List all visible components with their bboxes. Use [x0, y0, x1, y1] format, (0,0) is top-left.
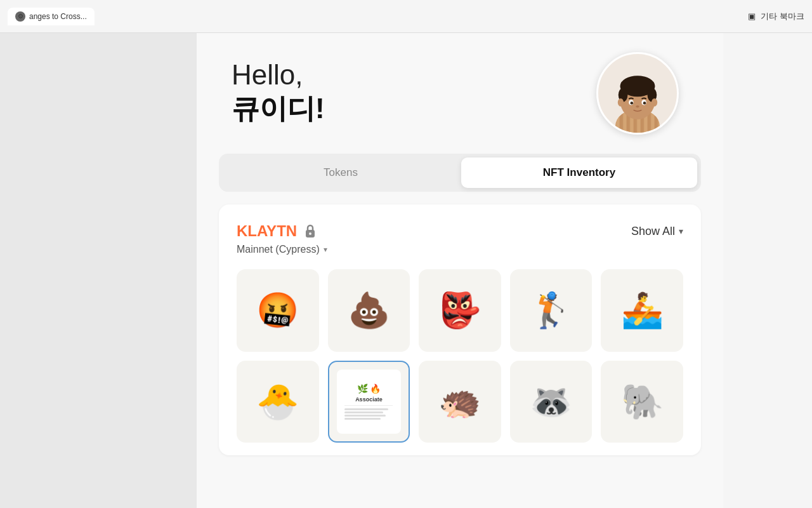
chevron-down-icon: ▾	[679, 226, 683, 236]
nft-emoji-hedgehog: 🦔	[419, 361, 501, 443]
nft-item-9[interactable]: 🦝	[510, 361, 593, 443]
browser-bar: ⚙ anges to Cross... ▣ 기타 북마크	[0, 0, 812, 33]
nft-item-5[interactable]: 🚣	[601, 269, 683, 352]
svg-point-15	[636, 105, 639, 108]
klaytn-label: KLAYTN	[237, 222, 317, 240]
cert-icons: 🌿🔥	[357, 384, 381, 394]
bookmark-icon: ▣	[748, 11, 756, 21]
svg-point-9	[618, 98, 624, 107]
browser-tab[interactable]: ⚙ anges to Cross...	[8, 8, 95, 25]
cert-title-text: Associate	[355, 396, 383, 403]
nft-item-4[interactable]: 🏌️	[510, 269, 593, 352]
show-all-label: Show All	[631, 225, 675, 238]
nft-item-8[interactable]: 🦔	[419, 361, 501, 443]
svg-point-10	[652, 98, 657, 107]
svg-point-17	[309, 232, 311, 235]
tab-tokens[interactable]: Tokens	[223, 157, 459, 188]
right-bg	[723, 33, 812, 508]
hello-text: Hello, 큐이디!	[232, 58, 325, 126]
nft-grid: 🤬 💩 👺 🏌️ 🚣 🐣	[237, 269, 683, 443]
nft-emoji-poop: 💩	[328, 269, 410, 352]
show-all-button[interactable]: Show All ▾	[631, 225, 683, 238]
nft-item-7[interactable]: 🌿🔥 Associate	[328, 361, 410, 443]
avatar	[596, 52, 679, 135]
nft-item-6[interactable]: 🐣	[237, 361, 319, 443]
nft-header: KLAYTN Show All ▾	[237, 222, 683, 240]
lock-icon	[303, 224, 317, 238]
greeting-text: Hello,	[232, 58, 325, 92]
left-sidebar-bg	[0, 33, 197, 508]
tab-favicon: ⚙	[15, 11, 25, 22]
nft-emoji-rower: 🚣	[601, 269, 683, 352]
nft-item-1[interactable]: 🤬	[237, 269, 319, 352]
klaytn-text: KLAYTN	[237, 222, 297, 240]
bookmark-area: ▣ 기타 북마크	[748, 11, 804, 22]
nft-emoji-chick: 🐣	[237, 361, 319, 443]
nft-item-2[interactable]: 💩	[328, 269, 410, 352]
network-chevron-icon: ▾	[324, 245, 327, 254]
main-panel: Hello, 큐이디!	[197, 33, 723, 508]
cert-text-lines	[344, 408, 393, 420]
cert-divider	[344, 405, 393, 406]
nft-emoji-angry: 🤬	[237, 269, 319, 352]
nft-emoji-elephant: 🐘	[601, 361, 683, 443]
user-name-text: 큐이디!	[232, 92, 325, 126]
tabs-container: Tokens NFT Inventory	[219, 154, 701, 192]
avatar-image	[603, 63, 672, 133]
tab-title: anges to Cross...	[29, 12, 87, 21]
svg-point-14	[643, 102, 646, 105]
tab-nft-inventory[interactable]: NFT Inventory	[461, 157, 697, 188]
hello-section: Hello, 큐이디!	[197, 33, 723, 154]
network-selector[interactable]: Mainnet (Cypress) ▾	[237, 244, 683, 255]
network-name: Mainnet (Cypress)	[237, 244, 320, 255]
svg-point-13	[631, 102, 634, 105]
nft-emoji-demon: 👺	[419, 269, 501, 352]
nft-emoji-raccoon: 🦝	[510, 361, 593, 443]
nft-item-10[interactable]: 🐘	[601, 361, 683, 443]
bookmark-label: 기타 북마크	[761, 11, 804, 22]
nft-emoji-golfer: 🏌️	[510, 269, 593, 352]
nft-item-3[interactable]: 👺	[419, 269, 501, 352]
nft-cert-card: 🌿🔥 Associate	[329, 362, 409, 442]
nft-section: KLAYTN Show All ▾ Mainnet (Cypress) ▾	[219, 204, 701, 455]
